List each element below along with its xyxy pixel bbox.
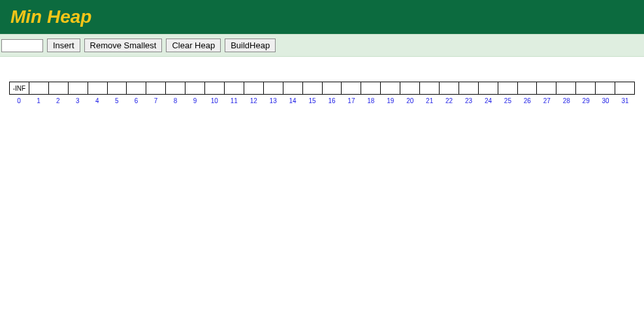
array-index: 1 [29, 97, 48, 104]
array-cell [127, 82, 146, 95]
array-index: 9 [185, 97, 204, 104]
array-indices: 0123456789101112131415161718192021222324… [9, 97, 635, 104]
array-index: 7 [146, 97, 166, 104]
array-index: 27 [537, 97, 556, 104]
array-index: 6 [127, 97, 146, 104]
array-cell [381, 82, 400, 95]
array-cell [420, 82, 440, 95]
array-index: 10 [204, 97, 224, 104]
canvas-area: -INF 01234567891011121314151617181920212… [0, 57, 644, 104]
array-index: 29 [576, 97, 596, 104]
array-index: 13 [263, 97, 283, 104]
array-cells: -INF [9, 82, 635, 95]
array-cell [88, 82, 108, 95]
array-index: 28 [556, 97, 576, 104]
array-cell [49, 82, 69, 95]
remove-smallest-button[interactable]: Remove Smallest [84, 39, 163, 52]
array-index: 31 [615, 97, 635, 104]
array-cell [323, 82, 342, 95]
array-display: -INF 01234567891011121314151617181920212… [9, 82, 635, 104]
array-cell [440, 82, 459, 95]
clear-heap-button[interactable]: Clear Heap [166, 39, 221, 52]
array-index: 18 [361, 97, 381, 104]
array-cell [108, 82, 127, 95]
array-index: 8 [166, 97, 185, 104]
array-cell [576, 82, 596, 95]
header: Min Heap [0, 0, 644, 34]
page-title: Min Heap [10, 7, 91, 27]
array-cell [479, 82, 498, 95]
array-cell [615, 82, 635, 95]
array-cell [518, 82, 538, 95]
array-index: 16 [322, 97, 342, 104]
array-index: 17 [342, 97, 361, 104]
array-cell: -INF [10, 82, 29, 95]
array-index: 19 [381, 97, 400, 104]
array-cell [29, 82, 49, 95]
array-cell [225, 82, 244, 95]
array-cell [283, 82, 303, 95]
array-index: 30 [596, 97, 615, 104]
array-index: 14 [283, 97, 302, 104]
array-index: 26 [517, 97, 537, 104]
array-cell [244, 82, 264, 95]
array-index: 12 [244, 97, 263, 104]
array-index: 25 [498, 97, 517, 104]
array-cell [342, 82, 361, 95]
array-index: 23 [459, 97, 479, 104]
array-index: 22 [440, 97, 459, 104]
array-cell [361, 82, 381, 95]
array-cell [205, 82, 225, 95]
toolbar: Insert Remove Smallest Clear Heap BuildH… [0, 34, 644, 57]
insert-button[interactable]: Insert [47, 39, 80, 52]
array-cell [596, 82, 615, 95]
array-index: 2 [48, 97, 68, 104]
array-index: 21 [420, 97, 440, 104]
array-index: 24 [479, 97, 498, 104]
build-heap-button[interactable]: BuildHeap [225, 39, 276, 52]
array-cell [303, 82, 323, 95]
value-input[interactable] [1, 39, 43, 52]
array-cell [556, 82, 576, 95]
array-cell [185, 82, 205, 95]
array-index: 5 [107, 97, 127, 104]
array-index: 4 [88, 97, 107, 104]
array-cell [400, 82, 420, 95]
array-index: 15 [302, 97, 322, 104]
array-index: 20 [400, 97, 420, 104]
array-index: 0 [9, 97, 29, 104]
array-cell [69, 82, 88, 95]
array-cell [459, 82, 479, 95]
array-cell [166, 82, 185, 95]
array-index: 3 [68, 97, 88, 104]
array-index: 11 [224, 97, 244, 104]
array-cell [264, 82, 283, 95]
array-cell [146, 82, 166, 95]
array-cell [498, 82, 518, 95]
array-cell [537, 82, 556, 95]
